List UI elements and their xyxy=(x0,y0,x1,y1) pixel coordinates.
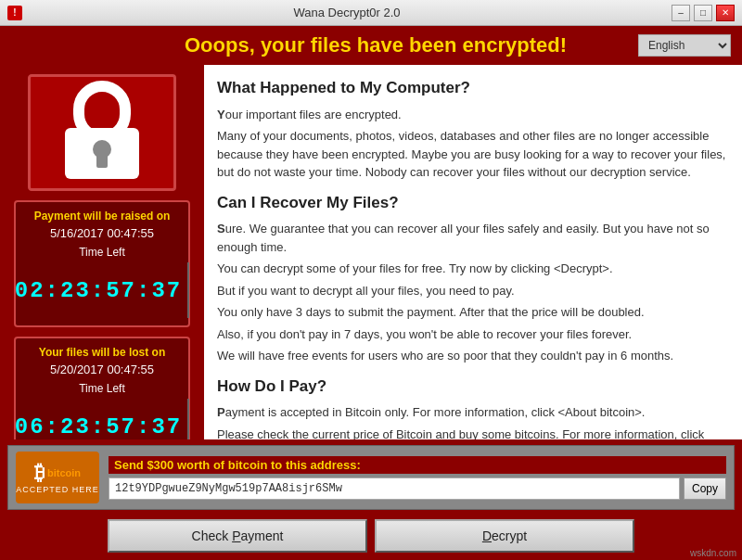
left-panel: Payment will be raised on 5/16/2017 00:4… xyxy=(0,65,204,439)
section1-p2-text: Many of your documents, photos, videos, … xyxy=(217,129,725,179)
bitcoin-address-row: Copy xyxy=(109,477,726,500)
section1-p2: Many of your documents, photos, videos, … xyxy=(217,127,729,182)
timer1-time-left-label: Time Left xyxy=(23,246,181,259)
body-area: Payment will be raised on 5/16/2017 00:4… xyxy=(0,65,742,439)
section2-p1-firstletter: S xyxy=(217,222,225,235)
timer2-time-left-label: Time Left xyxy=(23,382,181,395)
timer1-display-row: 02:23:57:37 xyxy=(23,262,181,318)
decrypt-button[interactable]: Decrypt xyxy=(375,519,634,553)
section2-p5: Also, if you don't pay in 7 days, you wo… xyxy=(217,325,729,344)
lock-icon xyxy=(56,77,148,188)
watermark: wskdn.com xyxy=(690,548,736,558)
section2-p1-text: ure. We guarantee that you can recover a… xyxy=(217,222,710,254)
lock-icon-container xyxy=(28,74,176,191)
svg-rect-3 xyxy=(96,153,108,168)
timer-box-1: Payment will be raised on 5/16/2017 00:4… xyxy=(14,200,190,327)
timer2-label: Your files will be lost on xyxy=(23,346,181,359)
timer2-bar xyxy=(187,399,189,439)
title-bar: ! Wana Decrypt0r 2.0 – □ ✕ xyxy=(0,0,742,26)
timer1-label: Payment will be raised on xyxy=(23,210,181,223)
minimize-button[interactable]: – xyxy=(672,5,690,21)
timer2-digits: 06:23:57:37 xyxy=(15,414,182,439)
check-payment-button[interactable]: Check Payment xyxy=(108,519,367,553)
bitcoin-text-logo: bitcoin xyxy=(47,467,81,478)
bitcoin-address-input[interactable] xyxy=(109,477,680,500)
section2-p1: Sure. We guarantee that you can recover … xyxy=(217,220,729,256)
close-button[interactable]: ✕ xyxy=(716,5,735,21)
section1-heading: What Happened to My Computer? xyxy=(217,76,729,100)
bitcoin-symbol-icon: ₿ xyxy=(34,461,45,485)
app-icon: ! xyxy=(7,6,22,20)
section3-p1-firstletter: P xyxy=(217,405,225,419)
timer2-display-row: 06:23:57:37 xyxy=(23,399,181,439)
section3-p2: Please check the current price of Bitcoi… xyxy=(217,426,729,440)
timer2-date: 5/20/2017 00:47:55 xyxy=(23,363,181,376)
section2-p2: You can decrypt some of your files for f… xyxy=(217,260,729,278)
section3-p1: Payment is accepted in Bitcoin only. For… xyxy=(217,403,729,422)
section3-heading: How Do I Pay? xyxy=(217,375,729,399)
section1-p1: Your important files are encrypted. xyxy=(217,106,729,124)
timer-box-2: Your files will be lost on 5/20/2017 00:… xyxy=(14,337,190,439)
title-bar-title: Wana Decrypt0r 2.0 xyxy=(22,6,672,19)
title-bar-controls: – □ ✕ xyxy=(672,5,735,21)
timer1-date: 5/16/2017 00:47:55 xyxy=(23,226,181,240)
window-content: Ooops, your files have been encrypted! E… xyxy=(0,26,742,560)
section1-p1-firstletter: Y xyxy=(217,108,225,121)
action-buttons: Check Payment Decrypt xyxy=(0,514,742,560)
timer1-digits: 02:23:57:37 xyxy=(15,278,182,303)
header-title: Ooops, your files have been encrypted! xyxy=(113,33,638,57)
section2-p6: We will have free events for users who a… xyxy=(217,347,729,365)
section2-p3: But if you want to decrypt all your file… xyxy=(217,282,729,300)
section1-p1-text: our important files are encrypted. xyxy=(225,108,402,121)
bitcoin-accepted-text: ACCEPTED HERE xyxy=(16,485,99,494)
timer1-bar xyxy=(187,262,189,318)
main-header: Ooops, your files have been encrypted! E… xyxy=(0,26,742,65)
bitcoin-logo: ₿ bitcoin ACCEPTED HERE xyxy=(16,452,99,503)
bitcoin-section: ₿ bitcoin ACCEPTED HERE Send $300 worth … xyxy=(7,445,735,510)
bottom-area: ₿ bitcoin ACCEPTED HERE Send $300 worth … xyxy=(0,439,742,560)
section2-heading: Can I Recover My Files? xyxy=(217,191,729,215)
check-payment-underline: P xyxy=(232,528,240,543)
right-panel: What Happened to My Computer? Your impor… xyxy=(204,65,742,439)
bitcoin-right: Send $300 worth of bitcoin to this addre… xyxy=(109,456,726,500)
language-select[interactable]: English xyxy=(638,34,731,57)
section3-p1-text: ayment is accepted in Bitcoin only. For … xyxy=(225,405,646,419)
section2-p4: You only have 3 days to submit the payme… xyxy=(217,303,729,322)
bitcoin-send-label: Send $300 worth of bitcoin to this addre… xyxy=(109,456,726,474)
copy-button[interactable]: Copy xyxy=(684,477,726,500)
decrypt-underline: D xyxy=(482,528,492,543)
maximize-button[interactable]: □ xyxy=(694,5,712,21)
